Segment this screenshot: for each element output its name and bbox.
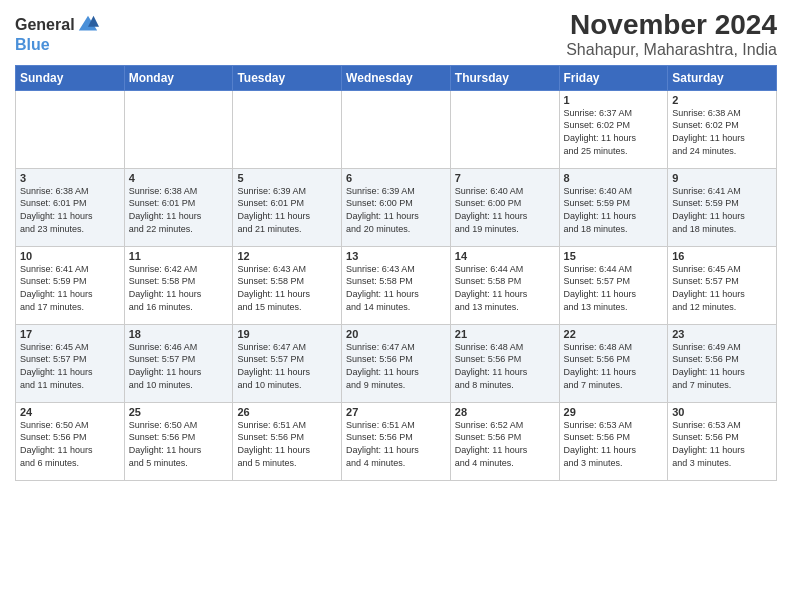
day-info: Sunrise: 6:50 AM Sunset: 5:56 PM Dayligh… xyxy=(129,419,229,469)
calendar-cell: 12Sunrise: 6:43 AM Sunset: 5:58 PM Dayli… xyxy=(233,246,342,324)
title-block: November 2024 Shahapur, Maharashtra, Ind… xyxy=(566,10,777,59)
day-number: 10 xyxy=(20,250,120,262)
day-info: Sunrise: 6:48 AM Sunset: 5:56 PM Dayligh… xyxy=(564,341,664,391)
day-number: 24 xyxy=(20,406,120,418)
col-header-tuesday: Tuesday xyxy=(233,65,342,90)
calendar-cell: 19Sunrise: 6:47 AM Sunset: 5:57 PM Dayli… xyxy=(233,324,342,402)
day-info: Sunrise: 6:48 AM Sunset: 5:56 PM Dayligh… xyxy=(455,341,555,391)
day-number: 23 xyxy=(672,328,772,340)
calendar-cell: 10Sunrise: 6:41 AM Sunset: 5:59 PM Dayli… xyxy=(16,246,125,324)
day-number: 17 xyxy=(20,328,120,340)
day-info: Sunrise: 6:50 AM Sunset: 5:56 PM Dayligh… xyxy=(20,419,120,469)
calendar-cell: 18Sunrise: 6:46 AM Sunset: 5:57 PM Dayli… xyxy=(124,324,233,402)
calendar-cell: 28Sunrise: 6:52 AM Sunset: 5:56 PM Dayli… xyxy=(450,402,559,480)
day-number: 5 xyxy=(237,172,337,184)
day-number: 12 xyxy=(237,250,337,262)
calendar-cell: 1Sunrise: 6:37 AM Sunset: 6:02 PM Daylig… xyxy=(559,90,668,168)
month-title: November 2024 xyxy=(566,10,777,41)
day-number: 11 xyxy=(129,250,229,262)
calendar-cell: 21Sunrise: 6:48 AM Sunset: 5:56 PM Dayli… xyxy=(450,324,559,402)
calendar-cell: 20Sunrise: 6:47 AM Sunset: 5:56 PM Dayli… xyxy=(342,324,451,402)
col-header-wednesday: Wednesday xyxy=(342,65,451,90)
day-info: Sunrise: 6:37 AM Sunset: 6:02 PM Dayligh… xyxy=(564,107,664,157)
day-number: 9 xyxy=(672,172,772,184)
col-header-monday: Monday xyxy=(124,65,233,90)
day-info: Sunrise: 6:45 AM Sunset: 5:57 PM Dayligh… xyxy=(672,263,772,313)
calendar-cell: 23Sunrise: 6:49 AM Sunset: 5:56 PM Dayli… xyxy=(668,324,777,402)
day-number: 22 xyxy=(564,328,664,340)
calendar-cell: 7Sunrise: 6:40 AM Sunset: 6:00 PM Daylig… xyxy=(450,168,559,246)
col-header-thursday: Thursday xyxy=(450,65,559,90)
calendar-cell: 5Sunrise: 6:39 AM Sunset: 6:01 PM Daylig… xyxy=(233,168,342,246)
day-info: Sunrise: 6:51 AM Sunset: 5:56 PM Dayligh… xyxy=(346,419,446,469)
day-info: Sunrise: 6:49 AM Sunset: 5:56 PM Dayligh… xyxy=(672,341,772,391)
calendar-cell: 30Sunrise: 6:53 AM Sunset: 5:56 PM Dayli… xyxy=(668,402,777,480)
calendar-cell: 27Sunrise: 6:51 AM Sunset: 5:56 PM Dayli… xyxy=(342,402,451,480)
calendar-cell: 13Sunrise: 6:43 AM Sunset: 5:58 PM Dayli… xyxy=(342,246,451,324)
day-info: Sunrise: 6:40 AM Sunset: 6:00 PM Dayligh… xyxy=(455,185,555,235)
day-info: Sunrise: 6:41 AM Sunset: 5:59 PM Dayligh… xyxy=(20,263,120,313)
day-info: Sunrise: 6:43 AM Sunset: 5:58 PM Dayligh… xyxy=(237,263,337,313)
day-number: 18 xyxy=(129,328,229,340)
day-number: 27 xyxy=(346,406,446,418)
day-info: Sunrise: 6:53 AM Sunset: 5:56 PM Dayligh… xyxy=(564,419,664,469)
day-info: Sunrise: 6:38 AM Sunset: 6:02 PM Dayligh… xyxy=(672,107,772,157)
calendar-cell xyxy=(16,90,125,168)
day-info: Sunrise: 6:38 AM Sunset: 6:01 PM Dayligh… xyxy=(20,185,120,235)
day-number: 21 xyxy=(455,328,555,340)
calendar-cell: 11Sunrise: 6:42 AM Sunset: 5:58 PM Dayli… xyxy=(124,246,233,324)
day-number: 2 xyxy=(672,94,772,106)
subtitle: Shahapur, Maharashtra, India xyxy=(566,41,777,59)
calendar-table: SundayMondayTuesdayWednesdayThursdayFrid… xyxy=(15,65,777,481)
day-info: Sunrise: 6:47 AM Sunset: 5:56 PM Dayligh… xyxy=(346,341,446,391)
calendar-cell: 17Sunrise: 6:45 AM Sunset: 5:57 PM Dayli… xyxy=(16,324,125,402)
calendar-cell: 22Sunrise: 6:48 AM Sunset: 5:56 PM Dayli… xyxy=(559,324,668,402)
day-number: 15 xyxy=(564,250,664,262)
calendar-cell: 6Sunrise: 6:39 AM Sunset: 6:00 PM Daylig… xyxy=(342,168,451,246)
calendar-cell: 8Sunrise: 6:40 AM Sunset: 5:59 PM Daylig… xyxy=(559,168,668,246)
day-info: Sunrise: 6:40 AM Sunset: 5:59 PM Dayligh… xyxy=(564,185,664,235)
calendar-cell: 29Sunrise: 6:53 AM Sunset: 5:56 PM Dayli… xyxy=(559,402,668,480)
day-info: Sunrise: 6:38 AM Sunset: 6:01 PM Dayligh… xyxy=(129,185,229,235)
logo: General Blue xyxy=(15,14,99,54)
week-row-5: 24Sunrise: 6:50 AM Sunset: 5:56 PM Dayli… xyxy=(16,402,777,480)
calendar-cell: 15Sunrise: 6:44 AM Sunset: 5:57 PM Dayli… xyxy=(559,246,668,324)
calendar-cell xyxy=(233,90,342,168)
calendar-cell: 25Sunrise: 6:50 AM Sunset: 5:56 PM Dayli… xyxy=(124,402,233,480)
col-header-sunday: Sunday xyxy=(16,65,125,90)
calendar-cell: 9Sunrise: 6:41 AM Sunset: 5:59 PM Daylig… xyxy=(668,168,777,246)
calendar-header: SundayMondayTuesdayWednesdayThursdayFrid… xyxy=(16,65,777,90)
day-number: 6 xyxy=(346,172,446,184)
logo-general: General xyxy=(15,16,75,34)
calendar-cell: 14Sunrise: 6:44 AM Sunset: 5:58 PM Dayli… xyxy=(450,246,559,324)
calendar-cell: 4Sunrise: 6:38 AM Sunset: 6:01 PM Daylig… xyxy=(124,168,233,246)
day-number: 29 xyxy=(564,406,664,418)
logo-blue: Blue xyxy=(15,36,99,54)
week-row-2: 3Sunrise: 6:38 AM Sunset: 6:01 PM Daylig… xyxy=(16,168,777,246)
calendar-cell: 2Sunrise: 6:38 AM Sunset: 6:02 PM Daylig… xyxy=(668,90,777,168)
day-info: Sunrise: 6:39 AM Sunset: 6:01 PM Dayligh… xyxy=(237,185,337,235)
day-number: 16 xyxy=(672,250,772,262)
day-number: 1 xyxy=(564,94,664,106)
logo-icon xyxy=(77,14,99,36)
col-header-friday: Friday xyxy=(559,65,668,90)
day-info: Sunrise: 6:53 AM Sunset: 5:56 PM Dayligh… xyxy=(672,419,772,469)
day-number: 25 xyxy=(129,406,229,418)
calendar-cell: 3Sunrise: 6:38 AM Sunset: 6:01 PM Daylig… xyxy=(16,168,125,246)
calendar-cell xyxy=(124,90,233,168)
week-row-3: 10Sunrise: 6:41 AM Sunset: 5:59 PM Dayli… xyxy=(16,246,777,324)
col-header-saturday: Saturday xyxy=(668,65,777,90)
day-number: 19 xyxy=(237,328,337,340)
day-info: Sunrise: 6:45 AM Sunset: 5:57 PM Dayligh… xyxy=(20,341,120,391)
calendar-cell: 16Sunrise: 6:45 AM Sunset: 5:57 PM Dayli… xyxy=(668,246,777,324)
calendar-cell xyxy=(342,90,451,168)
day-number: 14 xyxy=(455,250,555,262)
day-number: 20 xyxy=(346,328,446,340)
day-number: 26 xyxy=(237,406,337,418)
week-row-1: 1Sunrise: 6:37 AM Sunset: 6:02 PM Daylig… xyxy=(16,90,777,168)
calendar-cell: 24Sunrise: 6:50 AM Sunset: 5:56 PM Dayli… xyxy=(16,402,125,480)
day-number: 4 xyxy=(129,172,229,184)
calendar-cell xyxy=(450,90,559,168)
day-info: Sunrise: 6:52 AM Sunset: 5:56 PM Dayligh… xyxy=(455,419,555,469)
day-number: 7 xyxy=(455,172,555,184)
